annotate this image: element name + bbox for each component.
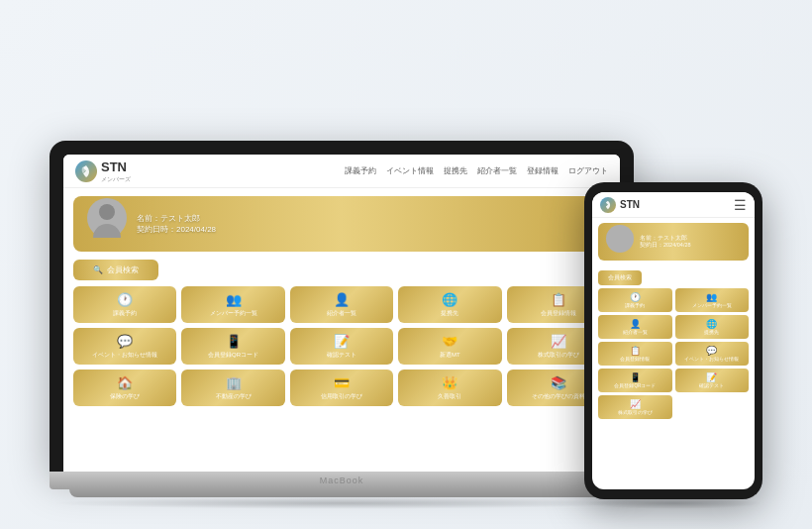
laptop-foot <box>69 489 614 497</box>
phone-menu-8[interactable]: 📈 株式取引の学び <box>598 395 672 419</box>
laptop-shadow <box>50 497 634 509</box>
scene: STN メンバーズ 課義予約 イベント情報 提携先 紹介者一覧 登録情報 ログア… <box>20 12 792 517</box>
menu-label-10: 保険の学び <box>110 392 140 401</box>
menu-label-8: 新選MT <box>440 351 460 360</box>
phone-menu-6[interactable]: 📱 会員登録QRコード <box>598 369 672 392</box>
menu-item-0[interactable]: 🕐 課義予約 <box>73 286 176 323</box>
menu-icon-1: 👥 <box>226 292 242 307</box>
phone-menu-5[interactable]: 💬 イベント・お知らせ情報 <box>675 342 750 366</box>
phone-info: 名前：テスト太郎 契約日：2024/04/28 <box>640 235 691 249</box>
phone-menu-0[interactable]: 🕐 課義予約 <box>598 288 672 312</box>
logo-subtitle: メンバーズ <box>101 175 131 184</box>
phone: STN ☰ 名前：テスト太郎 契約日：2024/04/28 会員検索 <box>584 182 762 499</box>
profile-info: 名前：テスト太郎 契約日時：2024/04/28 <box>137 213 216 235</box>
menu-icon-7: 📝 <box>334 334 350 349</box>
menu-icon-13: 👑 <box>442 375 457 390</box>
phone-body: STN ☰ 名前：テスト太郎 契約日：2024/04/28 会員検索 <box>584 182 762 499</box>
menu-icon-12: 💳 <box>334 375 350 390</box>
menu-item-3[interactable]: 🌐 提携先 <box>398 286 501 323</box>
phone-menu-2[interactable]: 👤 紹介者一覧 <box>598 315 672 339</box>
action-button-icon: 🔍 <box>93 265 103 274</box>
menu-icon-10: 🏠 <box>117 375 133 390</box>
laptop-base <box>50 472 634 489</box>
menu-item-1[interactable]: 👥 メンバー予約一覧 <box>181 286 284 323</box>
menu-item-11[interactable]: 🏢 不動産の学び <box>181 370 284 406</box>
menu-icon-8: 🤝 <box>442 334 457 349</box>
logo-text: STN <box>101 159 127 174</box>
logo: STN メンバーズ <box>75 158 131 184</box>
menu-icon-9: 📈 <box>551 334 566 349</box>
menu-icon-6: 📱 <box>226 334 242 349</box>
phone-label-7: 確認テスト <box>699 383 724 388</box>
nav-item-3[interactable]: 提携先 <box>444 165 467 176</box>
phone-icon-1: 👥 <box>706 292 717 302</box>
phone-icon-0: 🕐 <box>630 292 641 302</box>
phone-action-label: 会員検索 <box>608 274 632 280</box>
phone-icon-3: 🌐 <box>706 319 717 329</box>
menu-label-5: イベント・お知らせ情報 <box>92 351 157 360</box>
phone-menu-grid: 🕐 課義予約 👥 メンバー予約一覧 👤 紹介者一覧 🌐 提携先 <box>592 288 755 423</box>
menu-icon-4: 📋 <box>551 292 566 307</box>
menu-label-12: 信用取引の学び <box>321 392 362 401</box>
phone-icon-6: 📱 <box>630 372 641 382</box>
phone-label-8: 株式取引の学び <box>618 410 653 415</box>
phone-name: 名前：テスト太郎 <box>640 235 691 242</box>
menu-label-4: 会員登録情報 <box>541 309 576 318</box>
menu-label-1: メンバー予約一覧 <box>210 309 257 318</box>
phone-label-4: 会員登録情報 <box>620 357 650 362</box>
phone-label-0: 課義予約 <box>625 303 645 308</box>
menu-label-9: 株式取引の学び <box>538 351 579 360</box>
action-button[interactable]: 🔍 会員検索 <box>73 260 158 280</box>
phone-menu-3[interactable]: 🌐 提携先 <box>675 315 750 339</box>
logo-icon <box>75 160 97 182</box>
laptop: STN メンバーズ 課義予約 イベント情報 提携先 紹介者一覧 登録情報 ログア… <box>50 141 634 497</box>
menu-grid: 🕐 課義予約 👥 メンバー予約一覧 👤 紹介者一覧 🌐 提携先 <box>63 286 620 414</box>
phone-menu-1[interactable]: 👥 メンバー予約一覧 <box>675 288 750 312</box>
nav-item-1[interactable]: 課義予約 <box>345 165 376 176</box>
phone-screen: STN ☰ 名前：テスト太郎 契約日：2024/04/28 会員検索 <box>592 192 755 489</box>
menu-item-8[interactable]: 🤝 新選MT <box>398 328 501 365</box>
menu-icon-5: 💬 <box>117 334 133 349</box>
menu-label-2: 紹介者一覧 <box>327 309 356 318</box>
menu-item-10[interactable]: 🏠 保険の学び <box>73 370 176 406</box>
hamburger-icon[interactable]: ☰ <box>734 197 747 213</box>
avatar <box>87 198 127 238</box>
menu-icon-2: 👤 <box>334 292 350 307</box>
phone-menu-7[interactable]: 📝 確認テスト <box>675 369 750 392</box>
menu-icon-3: 🌐 <box>442 292 457 307</box>
phone-menu-4[interactable]: 📋 会員登録情報 <box>598 342 672 366</box>
laptop-screen-outer: STN メンバーズ 課義予約 イベント情報 提携先 紹介者一覧 登録情報 ログア… <box>50 141 634 472</box>
menu-label-13: 久善取引 <box>438 392 461 401</box>
phone-icon-7: 📝 <box>706 372 717 382</box>
nav-item-4[interactable]: 紹介者一覧 <box>477 165 517 176</box>
laptop-screen: STN メンバーズ 課義予約 イベント情報 提携先 紹介者一覧 登録情報 ログア… <box>63 155 620 472</box>
menu-label-11: 不動産の学び <box>216 392 252 401</box>
phone-avatar <box>606 225 634 253</box>
phone-action-button[interactable]: 会員検索 <box>598 270 642 285</box>
profile-name: 名前：テスト太郎 <box>137 213 216 224</box>
phone-icon-4: 📋 <box>630 346 641 356</box>
phone-icon-5: 💬 <box>706 346 717 356</box>
phone-label-3: 提携先 <box>704 330 719 335</box>
menu-item-12[interactable]: 💳 信用取引の学び <box>290 370 393 406</box>
action-button-label: 会員検索 <box>107 264 139 275</box>
phone-label-5: イベント・お知らせ情報 <box>684 357 739 362</box>
profile-section: 名前：テスト太郎 契約日時：2024/04/28 <box>73 196 610 252</box>
phone-logo: STN <box>600 197 640 213</box>
menu-item-13[interactable]: 👑 久善取引 <box>398 370 501 406</box>
phone-logo-text: STN <box>620 199 640 210</box>
phone-label-1: メンバー予約一覧 <box>692 303 732 308</box>
menu-item-5[interactable]: 💬 イベント・お知らせ情報 <box>73 328 176 365</box>
logo-text-block: STN メンバーズ <box>101 158 131 184</box>
phone-label-6: 会員登録QRコード <box>614 383 656 388</box>
nav-item-2[interactable]: イベント情報 <box>386 165 434 176</box>
nav-item-6[interactable]: ログアウト <box>568 165 608 176</box>
menu-icon-11: 🏢 <box>226 375 242 390</box>
phone-shadow <box>584 497 762 509</box>
profile-contract: 契約日時：2024/04/28 <box>137 224 216 235</box>
menu-item-7[interactable]: 📝 確認テスト <box>290 328 393 365</box>
menu-item-6[interactable]: 📱 会員登録QRコード <box>181 328 284 365</box>
nav-item-5[interactable]: 登録情報 <box>527 165 558 176</box>
menu-item-2[interactable]: 👤 紹介者一覧 <box>290 286 393 323</box>
menu-icon-14: 📚 <box>551 375 566 390</box>
